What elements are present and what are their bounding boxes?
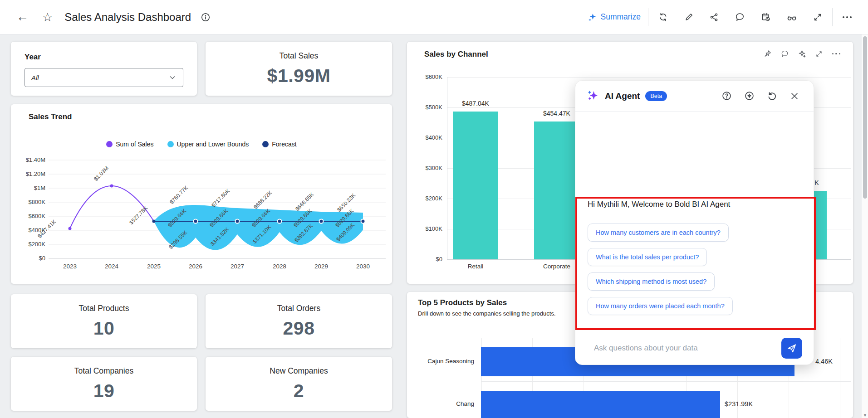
suggestion-chip-4[interactable]: How many orders were placed each month? xyxy=(588,297,733,315)
maximize-icon xyxy=(815,50,823,58)
help-icon xyxy=(722,91,731,101)
x-axis-tick: 2028 xyxy=(263,263,296,270)
close-button[interactable] xyxy=(787,89,802,103)
ai-agent-logo-icon xyxy=(587,90,599,102)
gridline xyxy=(840,338,840,418)
fullscreen-icon xyxy=(813,13,822,22)
favorite-star-icon: ☆ xyxy=(42,11,53,23)
y-axis-tick: $600K xyxy=(411,73,442,81)
send-button[interactable] xyxy=(781,338,802,359)
pin-button[interactable] xyxy=(763,49,772,58)
y-axis-tick: $200K xyxy=(14,241,45,248)
view-glasses-icon xyxy=(787,12,797,22)
kpi-total-companies: Total Companies 19 xyxy=(11,357,197,411)
comment-icon xyxy=(781,50,789,58)
suggestion-chip-2[interactable]: What is the total sales per product? xyxy=(588,248,707,266)
view-button[interactable] xyxy=(784,10,799,25)
widget-maximize-button[interactable] xyxy=(814,49,824,58)
year-filter-dropdown[interactable]: All xyxy=(25,68,183,87)
info-button[interactable] xyxy=(198,10,213,24)
summarize-button[interactable]: Summarize xyxy=(588,12,641,22)
year-filter-label: Year xyxy=(25,53,183,62)
widget-more-button[interactable] xyxy=(831,52,842,56)
edit-button[interactable] xyxy=(682,10,696,24)
fullscreen-button[interactable] xyxy=(810,10,825,24)
help-button[interactable] xyxy=(719,88,734,103)
sales-trend-widget: Sales Trend Sum of SalesUpper and Lower … xyxy=(11,104,392,284)
ai-input-row xyxy=(588,337,802,359)
back-button[interactable]: ← xyxy=(14,8,31,26)
page-scrollbar[interactable]: ▼ xyxy=(862,34,868,418)
widget-ai-button[interactable] xyxy=(797,49,807,58)
top-bar: ← ☆ Sales Analysis Dashboard Summarize xyxy=(0,0,868,34)
scrollbar-down-arrow[interactable]: ▼ xyxy=(863,413,867,418)
x-axis-tick: 2029 xyxy=(305,263,338,270)
refresh-icon xyxy=(658,12,668,22)
bar-retail[interactable] xyxy=(453,112,498,259)
kpi-value: 298 xyxy=(283,318,315,339)
x-axis-tick: 2026 xyxy=(179,263,212,270)
feedback-icon xyxy=(745,91,754,101)
kpi-total-products: Total Products 10 xyxy=(11,294,197,348)
comment-button[interactable] xyxy=(732,10,747,24)
sales-trend-chart[interactable] xyxy=(11,104,392,284)
ai-sparkle-icon xyxy=(798,50,806,58)
bar-chang[interactable] xyxy=(481,391,720,418)
more-options-icon xyxy=(832,53,841,55)
y-axis-tick: $500K xyxy=(411,104,442,111)
widget-toolbar xyxy=(763,49,842,58)
gridline xyxy=(447,77,851,78)
top-products-title: Top 5 Products by Sales xyxy=(418,298,507,307)
beta-badge: Beta xyxy=(645,91,667,101)
info-icon xyxy=(201,13,210,22)
x-axis-tick: 2027 xyxy=(221,263,254,270)
y-axis-tick: $800K xyxy=(14,199,45,206)
share-button[interactable] xyxy=(707,10,721,24)
suggestion-chip-3[interactable]: Which shipping method is most used? xyxy=(588,272,715,291)
kpi-label: Total Companies xyxy=(74,366,133,376)
bar-value-label: $487.04K xyxy=(446,100,505,107)
refresh-button[interactable] xyxy=(656,10,671,24)
suggestion-chip-1[interactable]: How many customers are in each country? xyxy=(588,224,729,242)
y-axis-tick: $100K xyxy=(411,225,442,233)
y-axis-tick: $300K xyxy=(411,165,442,172)
bar-corporate[interactable] xyxy=(534,122,579,259)
feedback-button[interactable] xyxy=(742,88,757,103)
ai-agent-panel: AI Agent Beta Hi Mythili M, Welcome to B… xyxy=(575,80,814,365)
toolbar-icon-group xyxy=(656,10,825,25)
kpi-label: Total Orders xyxy=(277,304,320,313)
widget-comment-button[interactable] xyxy=(780,49,790,58)
kpi-new-companies: New Companies 2 xyxy=(206,357,392,411)
back-arrow-icon: ← xyxy=(16,11,29,23)
kpi-value: 2 xyxy=(294,380,304,402)
reset-undo-icon xyxy=(767,91,777,101)
toolbar-divider xyxy=(832,8,833,26)
summarize-sparkle-icon xyxy=(588,13,597,21)
more-options-button[interactable] xyxy=(840,14,854,21)
gridline xyxy=(481,381,851,382)
kpi-total-orders: Total Orders 298 xyxy=(206,294,392,348)
share-icon xyxy=(710,13,719,22)
y-axis-tick: $0 xyxy=(411,256,442,263)
y-axis-tick: $0 xyxy=(14,255,45,262)
x-axis-category: Retail xyxy=(446,263,505,270)
kpi-total-sales: Total Sales $1.99M xyxy=(206,42,392,96)
favorite-button[interactable]: ☆ xyxy=(39,9,55,26)
y-axis-tick: $600K xyxy=(14,213,45,220)
year-filter-value: All xyxy=(31,74,39,82)
summarize-label: Summarize xyxy=(601,12,641,22)
x-axis-tick: 2030 xyxy=(347,263,379,270)
bar-value-label: $231.99K xyxy=(725,400,753,408)
reset-conversation-button[interactable] xyxy=(765,88,780,103)
kpi-value: 19 xyxy=(93,380,115,402)
comment-icon xyxy=(735,12,745,22)
ai-question-input[interactable] xyxy=(588,344,781,353)
y-axis-tick: $1M xyxy=(14,185,45,192)
schedule-button[interactable] xyxy=(758,10,773,24)
x-axis-tick: 2025 xyxy=(137,263,170,270)
kpi-value: 10 xyxy=(93,318,115,339)
schedule-calendar-icon xyxy=(761,12,770,22)
send-icon xyxy=(786,343,797,354)
scrollbar-thumb[interactable] xyxy=(863,36,867,199)
y-axis-tick: $200K xyxy=(411,195,442,202)
